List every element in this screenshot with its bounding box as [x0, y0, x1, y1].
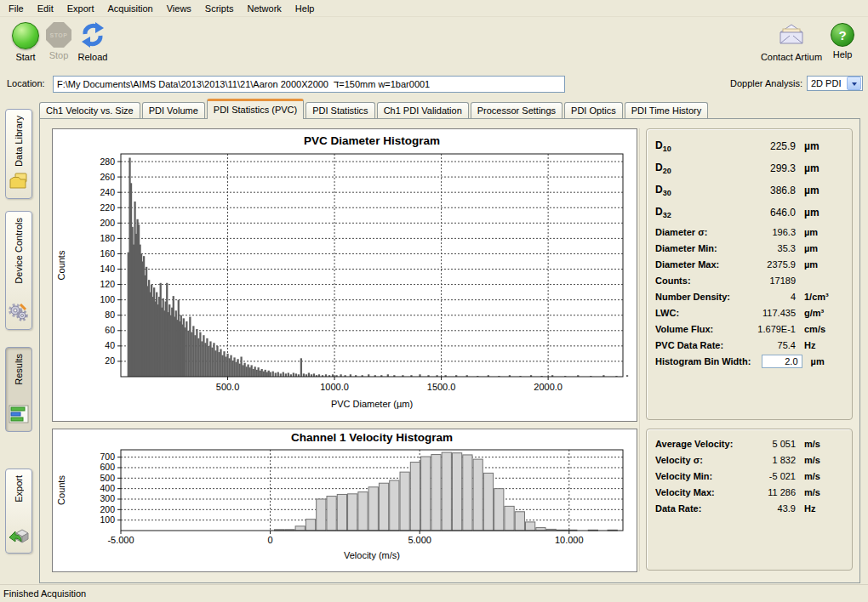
sidebar-item-label: Results	[14, 354, 24, 385]
svg-text:2000.0: 2000.0	[534, 382, 562, 392]
pvc-diameter-histogram-chart: 2040608010012014016018020022024026028050…	[53, 129, 635, 419]
stat-label: PVC Data Rate:	[655, 340, 734, 350]
envelope-icon	[754, 20, 829, 49]
stat-label: Diameter Max:	[655, 259, 734, 270]
svg-text:260: 260	[100, 172, 115, 182]
svg-text:220: 220	[100, 202, 115, 213]
sidebar-item-data-library[interactable]: Data Library	[5, 109, 32, 199]
stat-value: 43.9	[734, 503, 796, 514]
reload-label: Reload	[73, 52, 112, 62]
svg-text:700: 700	[100, 452, 115, 462]
sidebar-item-label: Data Library	[14, 116, 24, 167]
sidebar-item-label: Device Controls	[14, 218, 24, 284]
start-button[interactable]: Start	[9, 20, 43, 62]
tab-pdi-statistics-pvc-[interactable]: PDI Statistics (PVC)	[207, 99, 304, 119]
diameter-stat-row: Diameter Max:2375.9µm	[655, 256, 843, 272]
tab-ch1-pdi-validation[interactable]: Ch1 PDI Validation	[377, 102, 469, 118]
menu-edit[interactable]: Edit	[31, 2, 60, 15]
stat-value: 117.435	[734, 308, 796, 318]
stat-unit: µm	[804, 140, 843, 152]
svg-text:160: 160	[100, 248, 115, 258]
tab-pdi-optics[interactable]: PDI Optics	[564, 102, 623, 118]
stat-label: D10	[655, 139, 734, 153]
stat-label: D32	[655, 206, 734, 219]
stat-value: 1 832	[734, 455, 796, 465]
chart-title: PVC Diameter Histogram	[304, 134, 440, 147]
help-glyph: ?	[838, 28, 846, 43]
svg-text:40: 40	[105, 340, 115, 350]
diameter-stat-row: Number Density:41/cm³	[655, 288, 843, 304]
contact-artium-label: Contact Artium	[754, 52, 829, 62]
sidebar-item-results[interactable]: Results	[5, 347, 32, 432]
svg-text:20: 20	[105, 355, 115, 366]
stat-label: D30	[655, 184, 734, 197]
stop-button[interactable]: STOP Stop	[43, 20, 75, 60]
diameter-stat-row: Diameter Min:35.3µm	[655, 240, 843, 256]
tab-strip: Ch1 Velocity vs. SizePDI VolumePDI Stati…	[39, 95, 865, 118]
menu-acquisition[interactable]: Acquisition	[101, 2, 160, 15]
svg-text:1500.0: 1500.0	[427, 382, 456, 392]
doppler-analysis-label: Doppler Analysis:	[730, 78, 802, 88]
stat-value: 4	[734, 292, 796, 302]
menu-views[interactable]: Views	[160, 2, 198, 15]
location-input[interactable]	[53, 76, 565, 93]
x-axis-label: PVC Diameter (µm)	[331, 399, 413, 409]
svg-text:280: 280	[100, 156, 115, 167]
svg-text:500.0: 500.0	[216, 382, 240, 392]
doppler-analysis-select[interactable]: 2D PDI	[807, 76, 863, 91]
tab-ch1-velocity-vs-size[interactable]: Ch1 Velocity vs. Size	[39, 102, 140, 118]
chart-title: Channel 1 Velocity Histogram	[291, 431, 453, 444]
svg-text:200: 200	[100, 218, 115, 228]
tab-pdi-volume[interactable]: PDI Volume	[142, 102, 205, 118]
svg-text:10.000: 10.000	[555, 535, 584, 545]
velocity-histogram-panel: 100200300400500600700-5.00005.00010.000C…	[52, 429, 637, 572]
menu-network[interactable]: Network	[240, 2, 288, 15]
stat-label: LWC:	[655, 308, 734, 318]
velocity-stat-row: Velocity σ:1 832m/s	[655, 452, 843, 468]
panel-splitter[interactable]	[639, 128, 640, 571]
svg-text:300: 300	[100, 493, 115, 503]
sidebar-item-label: Export	[14, 475, 24, 503]
combo-dropdown-button[interactable]	[847, 77, 861, 90]
svg-text:60: 60	[105, 325, 115, 335]
tab-pdi-statistics[interactable]: PDI Statistics	[306, 102, 374, 118]
stat-unit: m/s	[804, 487, 843, 497]
svg-text:140: 140	[100, 264, 115, 274]
stat-value: 225.9	[734, 140, 796, 152]
stat-unit: µm	[804, 207, 843, 219]
menu-file[interactable]: File	[2, 2, 31, 15]
menu-help[interactable]: Help	[288, 2, 322, 15]
histogram-bin-width-input[interactable]	[762, 355, 802, 368]
velocity-statistics-panel: Average Velocity:5 051m/sVelocity σ:1 83…	[646, 429, 853, 571]
stat-unit: µm	[804, 162, 843, 174]
stat-value: -5 021	[734, 471, 796, 481]
status-bar: Finished Acquisition	[0, 584, 868, 602]
status-text: Finished Acquisition	[3, 588, 86, 599]
doppler-analysis-control: Doppler Analysis: 2D PDI	[730, 76, 863, 91]
stat-unit: µm	[811, 356, 843, 366]
menu-export[interactable]: Export	[60, 2, 101, 15]
stat-label: Number Density:	[655, 292, 734, 302]
stat-unit: µm	[804, 227, 843, 237]
reload-button[interactable]: Reload	[73, 20, 112, 62]
stat-unit: m/s	[804, 439, 843, 449]
diameter-stat-row: D20299.3µm	[655, 157, 843, 179]
location-label: Location:	[7, 78, 45, 88]
stat-value: 5 051	[734, 439, 796, 449]
stop-icon: STOP	[46, 22, 71, 48]
tab-processor-settings[interactable]: Processor Settings	[471, 102, 562, 118]
menu-scripts[interactable]: Scripts	[198, 2, 241, 15]
left-sidebar: Data LibraryDevice ControlsResultsExport	[0, 100, 39, 583]
diameter-stat-row: D32646.0µm	[655, 202, 843, 224]
contact-artium-button[interactable]: Contact Artium	[754, 20, 829, 62]
stat-unit: Hz	[804, 503, 843, 514]
sidebar-item-export[interactable]: Export	[5, 469, 32, 554]
diameter-stat-row: LWC:117.435g/m³	[655, 304, 843, 321]
sidebar-item-device-controls[interactable]: Device Controls	[5, 211, 32, 330]
svg-text:5.000: 5.000	[408, 535, 431, 545]
svg-text:100: 100	[100, 514, 115, 525]
help-button[interactable]: ? Help	[827, 20, 858, 60]
tab-pdi-time-history[interactable]: PDI Time History	[625, 102, 709, 118]
svg-text:80: 80	[105, 310, 115, 320]
stop-icon-text: STOP	[50, 32, 68, 38]
